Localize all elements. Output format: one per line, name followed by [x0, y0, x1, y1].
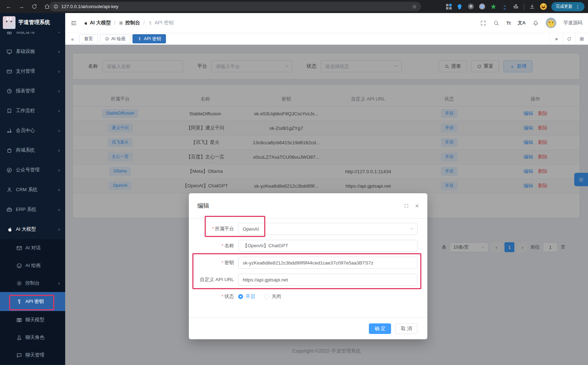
sidebar-item-workflow[interactable]: 工作流程∨ [0, 101, 65, 121]
tab-home[interactable]: 首页 [79, 34, 98, 43]
confirm-button[interactable]: 确 定 [369, 323, 391, 334]
sidebar-item-chat-manage[interactable]: 聊天管理 [0, 346, 65, 364]
chrome-update-button[interactable]: 完成更新 ⋮ [551, 2, 584, 11]
payment-icon [6, 68, 12, 74]
tabs-scroll-right-icon[interactable]: » [550, 33, 563, 44]
profile-avatar-icon[interactable] [540, 3, 547, 10]
dialog-fullscreen-icon[interactable] [404, 203, 409, 208]
tab-bar: « 首页 AI 绘画 API 密钥 » [65, 33, 588, 45]
key-icon [148, 21, 153, 25]
envelope-icon [16, 245, 22, 251]
cancel-button[interactable]: 取 消 [395, 323, 417, 334]
dialog-close-icon[interactable]: × [415, 202, 419, 209]
layout-grid-icon[interactable] [575, 33, 588, 44]
site-info-icon[interactable] [54, 4, 58, 9]
browser-forward-icon[interactable]: → [17, 2, 26, 11]
sidebar-item-ai-models[interactable]: AI 大模型∧ [0, 219, 65, 239]
abacus-icon [16, 317, 22, 323]
extension-icon[interactable]: ⌄⌄ [501, 3, 508, 10]
radio-status-off[interactable]: 关闭 [264, 293, 281, 300]
platform-label: 所属平台 [215, 226, 234, 231]
sidebar-item-api-key[interactable]: API 密钥 [0, 292, 65, 311]
sidebar-item-ai-draw[interactable]: AI 绘画 [0, 257, 65, 274]
url-label: 自定义 API URL [200, 277, 234, 282]
extension-icon[interactable] [456, 3, 463, 10]
sidebar-item-crm[interactable]: CRM 系统∨ [0, 180, 65, 200]
compass-icon [6, 167, 12, 173]
notification-bell-icon[interactable] [533, 20, 539, 26]
translate-icon[interactable]: 文A [518, 20, 526, 26]
sidebar-item-system[interactable]: 系统管理∨ [0, 32, 65, 42]
sidebar-item-official-account[interactable]: 公众号管理∨ [0, 160, 65, 180]
sidebar-item-mall[interactable]: 商城系统∨ [0, 140, 65, 160]
sidebar-item-chat-model[interactable]: 聊天模型 [0, 311, 65, 329]
key-icon [16, 299, 22, 305]
username[interactable]: 芋道源码 [563, 20, 582, 26]
brand: 芋道管理系统 [0, 13, 65, 32]
divider [524, 4, 524, 10]
platform-select[interactable] [238, 223, 417, 235]
font-size-icon[interactable]: Tt [506, 20, 510, 26]
extension-icon[interactable]: ✻ [468, 3, 474, 10]
smiley-icon [16, 263, 22, 269]
key-input[interactable] [238, 257, 417, 269]
member-icon [6, 128, 12, 134]
sidebar-item-console[interactable]: 控制台∧ [0, 274, 65, 292]
extensions-puzzle-icon[interactable] [513, 3, 519, 10]
radio-status-on[interactable]: 开启 [238, 293, 255, 300]
name-input[interactable] [238, 240, 417, 252]
radio-checked-icon [238, 294, 243, 299]
chat-bubble-icon [16, 352, 22, 358]
mall-icon [6, 147, 12, 153]
sidebar-submenu-ai: AI 对话 AI 绘画 控制台∧ API 密钥 聊天模型 聊天角色 [0, 239, 65, 364]
breadcrumb-item-ai-models[interactable]: AI 大模型 [83, 20, 111, 26]
gear-icon [16, 280, 22, 286]
tab-ai-draw[interactable]: AI 绘画 [100, 34, 130, 43]
status-label: 状态 [224, 294, 234, 299]
browser-bar: ← → 127.0.0.1/ai/console/api-key ☆ ✻ ⌄⌄ … [0, 0, 588, 13]
user-avatar[interactable] [546, 18, 556, 28]
app-logo [3, 16, 16, 29]
form-row-platform: *所属平台 [197, 223, 417, 235]
system-icon [6, 32, 12, 35]
browser-menu-icon[interactable]: ⋮ [575, 4, 580, 10]
key-label: 密钥 [224, 260, 234, 265]
browser-reload-icon[interactable] [30, 2, 39, 11]
fullscreen-icon[interactable] [480, 20, 486, 26]
sidebar-item-ai-chat[interactable]: AI 对话 [0, 239, 65, 257]
api-url-input[interactable] [238, 274, 417, 286]
role-icon [16, 335, 22, 341]
sidebar-item-erp[interactable]: ERP 系统∨ [0, 200, 65, 219]
breadcrumb: AI 大模型 / 控制台 / API 密钥 [83, 20, 174, 26]
sidebar-item-report[interactable]: 报表管理∨ [0, 81, 65, 101]
bookmark-star-icon[interactable]: ☆ [412, 4, 417, 10]
main-content: 名称 平台 状态 搜索 重置 [65, 45, 588, 365]
form-row-url: 自定义 API URL [197, 274, 417, 286]
sidebar-fold-icon[interactable] [71, 20, 77, 26]
app-header: AI 大模型 / 控制台 / API 密钥 Tt 文A 芋道源码 [65, 13, 588, 33]
extension-icon[interactable] [490, 3, 497, 10]
edit-dialog: 编辑 × *所属平台 *名称 *密钥 [189, 193, 427, 339]
form-row-key: *密钥 [197, 257, 417, 269]
breadcrumb-item-api-key: API 密钥 [148, 20, 174, 26]
sidebar-item-infrastructure[interactable]: 基础设施∨ [0, 42, 65, 61]
url-text[interactable]: 127.0.0.1/ai/console/api-key [61, 4, 409, 9]
workflow-icon [6, 108, 12, 114]
search-icon[interactable] [493, 20, 499, 26]
extension-icon[interactable] [479, 3, 485, 10]
briefcase-icon [6, 207, 12, 213]
chevron-down-icon [409, 226, 414, 231]
downloads-icon[interactable] [529, 3, 536, 10]
extension-icon[interactable] [446, 4, 452, 10]
sidebar-item-chat-role[interactable]: 聊天角色 [0, 329, 65, 346]
browser-back-icon[interactable]: ← [4, 2, 13, 11]
sidebar-item-member[interactable]: 会员中心∨ [0, 121, 65, 140]
form-row-status: *状态 开启 关闭 [197, 291, 417, 303]
breadcrumb-item-console[interactable]: 控制台 [119, 20, 140, 26]
tabs-scroll-left-icon[interactable]: « [68, 36, 77, 42]
tab-api-key[interactable]: API 密钥 [132, 34, 166, 43]
refresh-page-icon[interactable] [563, 33, 575, 44]
sidebar-item-payment[interactable]: 支付管理∨ [0, 61, 65, 81]
sidebar: 芋道管理系统 系统管理∨ 基础设施∨ 支付管理∨ 报表管理∨ 工作流程∨ 会员中… [0, 13, 65, 365]
url-bar[interactable]: 127.0.0.1/ai/console/api-key ☆ [49, 2, 421, 11]
